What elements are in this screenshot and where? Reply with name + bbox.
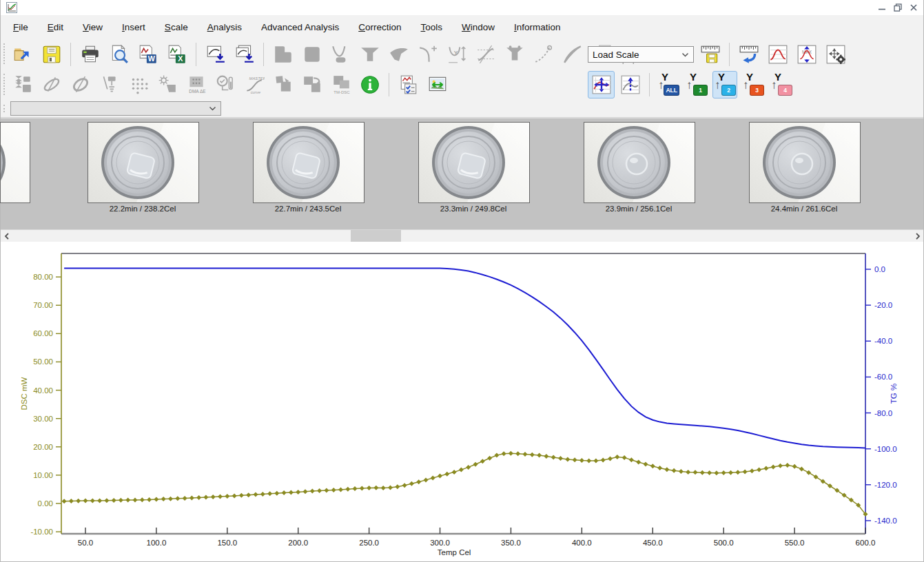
- svg-text:Y: Y: [453, 50, 458, 56]
- svg-text:-40.0: -40.0: [874, 337, 892, 345]
- auto-scale-icon[interactable]: [764, 41, 791, 68]
- svg-text:300.0: 300.0: [430, 539, 450, 547]
- svg-text:100.0: 100.0: [147, 539, 167, 547]
- menu-tools[interactable]: Tools: [411, 19, 453, 36]
- toolbar-curve-move-group: Y↑ALLY↑1Y↑2Y↑3Y↑4: [588, 71, 794, 98]
- print-icon[interactable]: [76, 41, 103, 68]
- move-curve-all-icon[interactable]: [588, 71, 615, 98]
- image-display-icon[interactable]: [424, 71, 451, 98]
- data-matrix-icon: [125, 71, 152, 98]
- open-file-icon[interactable]: [9, 41, 36, 68]
- chevron-left-icon: [4, 233, 10, 240]
- menu-view[interactable]: View: [73, 19, 112, 36]
- save-scale-icon[interactable]: [697, 41, 723, 68]
- filmstrip-scrollbar[interactable]: [1, 229, 923, 243]
- menu-advanced-analysis[interactable]: Advanced Analysis: [251, 19, 349, 36]
- information-icon[interactable]: [356, 71, 383, 98]
- svg-text:50.00: 50.00: [33, 357, 53, 366]
- load-scale-value: Load Scale: [593, 50, 639, 60]
- toolbar-gripper[interactable]: [3, 43, 7, 64]
- sample-image[interactable]: [88, 122, 199, 203]
- sample-image[interactable]: [418, 122, 530, 203]
- menu-window[interactable]: Window: [452, 19, 504, 36]
- master-curve-icon: MASTERcurve: [240, 71, 267, 98]
- probe-position-icon: [96, 71, 123, 98]
- svg-text:0.0: 0.0: [874, 265, 885, 273]
- inflection-icon: [472, 41, 499, 68]
- y-scale-button-4[interactable]: Y↑4: [769, 71, 794, 98]
- sample-image-caption: 24.4min / 261.6Cel: [749, 205, 859, 213]
- toolbar-gripper[interactable]: [3, 105, 7, 112]
- scroll-left-button[interactable]: [1, 230, 12, 242]
- data-select-combobox[interactable]: [10, 101, 221, 116]
- toolbar-gripper[interactable]: [3, 74, 7, 95]
- save-icon[interactable]: [38, 41, 65, 68]
- sample-image[interactable]: [749, 122, 861, 203]
- toolbar-filter: [1, 100, 923, 118]
- up-arrow-icon: ↑: [743, 79, 749, 91]
- plot-area[interactable]: [61, 253, 865, 534]
- svg-text:TM-DSC: TM-DSC: [333, 90, 350, 94]
- onset-icon: [414, 41, 441, 68]
- toolbar-separator: [649, 73, 650, 96]
- sample-image-caption: 22.2min / 238.2Cel: [88, 205, 198, 213]
- svg-text:-80.0: -80.0: [874, 409, 892, 417]
- sample-loop-2-icon: [67, 71, 94, 98]
- menu-analysis[interactable]: Analysis: [198, 19, 251, 36]
- save-curve-icon[interactable]: [202, 41, 229, 68]
- y-scale-button-1[interactable]: Y↑1: [684, 71, 709, 98]
- report-settings-icon[interactable]: [395, 71, 422, 98]
- minimize-button[interactable]: [875, 2, 888, 13]
- svg-text:X: X: [178, 54, 183, 63]
- scrollbar-thumb[interactable]: [351, 230, 401, 242]
- save-all-curves-icon[interactable]: [231, 41, 258, 68]
- menu-file[interactable]: File: [3, 19, 38, 36]
- svg-text:-140.0: -140.0: [874, 517, 897, 525]
- menu-insert[interactable]: Insert: [112, 19, 155, 36]
- tg-dsc-chart: -10.000.0010.0020.0030.0040.0050.0060.00…: [1, 242, 923, 561]
- y-scale-button-2[interactable]: Y↑2: [712, 71, 737, 98]
- chart-canvas: -10.000.0010.0020.0030.0040.0050.0060.00…: [1, 242, 923, 561]
- toolbar-standard: WXYABC_ Load Scale MAX: [1, 39, 923, 70]
- overlay-paste-icon: [298, 71, 325, 98]
- max-scale-icon[interactable]: MAX: [793, 41, 820, 68]
- svg-text:600.0: 600.0: [856, 539, 876, 547]
- svg-text:400.0: 400.0: [572, 539, 592, 547]
- menu-information[interactable]: Information: [504, 19, 571, 36]
- y-scale-button-3[interactable]: Y↑3: [741, 71, 766, 98]
- y-badge: ALL: [664, 85, 679, 96]
- load-scale-combobox[interactable]: Load Scale: [588, 46, 694, 63]
- move-curve-y-icon[interactable]: [617, 71, 644, 98]
- sample-image-partial[interactable]: [0, 122, 30, 203]
- export-word-icon[interactable]: W: [134, 41, 161, 68]
- restore-scale-icon[interactable]: [735, 41, 762, 68]
- partial-area-icon: [298, 41, 325, 68]
- menu-scale[interactable]: Scale: [155, 19, 198, 36]
- sample-image[interactable]: [253, 122, 365, 203]
- toolbar-separator: [263, 43, 264, 66]
- menu-correction[interactable]: Correction: [349, 19, 411, 36]
- meter-thermometer-icon: [212, 71, 238, 98]
- sample-image-strip: 22.2min / 238.2Cel22.7min / 243.5Cel23.3…: [1, 118, 923, 230]
- svg-text:70.00: 70.00: [33, 301, 53, 309]
- restore-button[interactable]: [891, 2, 904, 13]
- close-button[interactable]: [907, 2, 920, 13]
- print-preview-icon[interactable]: [105, 41, 132, 68]
- toolbar-separator: [70, 43, 71, 66]
- menu-bar: FileEditViewInsertScaleAnalysisAdvanced …: [1, 15, 923, 39]
- scale-settings-icon[interactable]: [822, 41, 849, 68]
- sample-image-caption: 23.3min / 249.8Cel: [418, 205, 528, 213]
- chevron-down-icon: [209, 106, 216, 111]
- export-excel-icon[interactable]: X: [163, 41, 190, 68]
- app-icon: [6, 2, 17, 13]
- menu-edit[interactable]: Edit: [38, 19, 73, 36]
- auto-sampler-icon: [9, 71, 36, 98]
- sample-image[interactable]: [584, 122, 695, 203]
- svg-text:0.00: 0.00: [38, 499, 53, 508]
- scroll-right-button[interactable]: [912, 230, 923, 242]
- svg-text:20.00: 20.00: [33, 443, 53, 451]
- peak-search-icon: [327, 41, 354, 68]
- svg-text:curve: curve: [250, 90, 260, 94]
- y-axis-buttons: Y↑ALLY↑1Y↑2Y↑3Y↑4: [656, 71, 794, 98]
- y-scale-button-all[interactable]: Y↑ALL: [656, 71, 681, 98]
